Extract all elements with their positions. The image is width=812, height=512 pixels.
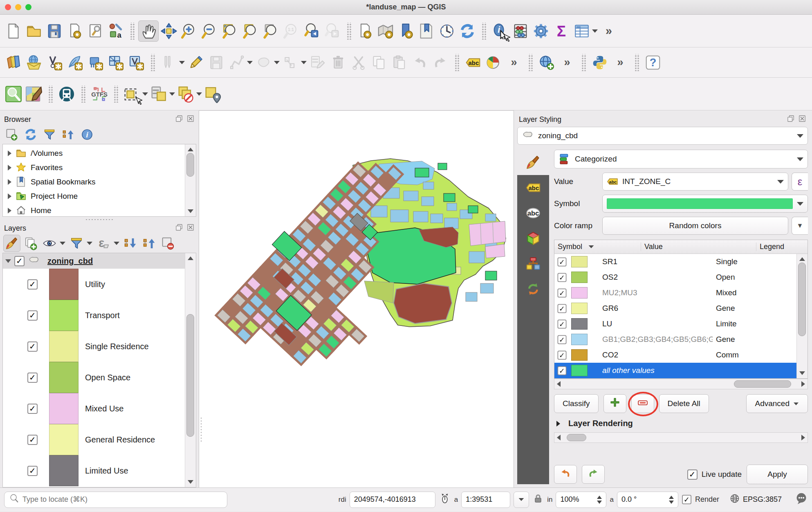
scale-input[interactable] — [466, 495, 506, 504]
browser-scrollbar[interactable] — [185, 144, 196, 216]
extents-tracking-icon[interactable] — [439, 492, 451, 507]
legend-item-open-space[interactable]: ✓Open Space — [3, 362, 196, 393]
category-swatch[interactable] — [571, 334, 588, 345]
new-map-view-button[interactable] — [355, 20, 375, 42]
close-window-button[interactable] — [5, 4, 11, 10]
processing-options-button[interactable] — [531, 20, 551, 42]
float-panel-icon[interactable] — [175, 223, 183, 233]
osm-place-search-button[interactable] — [3, 83, 24, 105]
collapse-all-layers-button[interactable] — [141, 235, 158, 252]
cut-features-button[interactable] — [348, 52, 369, 73]
select-by-location-button[interactable] — [203, 83, 223, 105]
dropdown-arrow-icon[interactable] — [114, 242, 119, 245]
filter-legend-button[interactable] — [68, 235, 85, 252]
color-ramp-dropdown[interactable]: ▼ — [792, 217, 808, 235]
new-spatial-bookmark-button[interactable] — [396, 20, 416, 42]
toggle-editing-button[interactable] — [186, 52, 206, 73]
dropdown-arrow-icon[interactable] — [87, 242, 92, 245]
browser-item-spatial-bookmarks[interactable]: Spatial Bookmarks — [3, 175, 196, 189]
category-row[interactable]: ✓all other values — [554, 363, 796, 378]
add-vector-layer-button[interactable] — [24, 52, 44, 73]
save-project-button[interactable] — [44, 20, 65, 42]
python-console-button[interactable] — [590, 52, 610, 73]
legend-checkbox[interactable]: ✓ — [27, 404, 38, 414]
spinner[interactable] — [597, 496, 602, 504]
category-checkbox[interactable]: ✓ — [558, 366, 567, 375]
category-swatch[interactable] — [571, 303, 588, 314]
help-button[interactable]: ? — [643, 52, 663, 73]
legend-checkbox[interactable]: ✓ — [27, 466, 38, 476]
category-row[interactable]: ✓CO2Comm — [554, 347, 796, 363]
legend-checkbox[interactable]: ✓ — [27, 279, 38, 290]
styling-layer-select[interactable]: zoning_cbd — [517, 127, 808, 145]
new-virtual-layer-button[interactable] — [126, 52, 146, 73]
pan-map-button[interactable] — [138, 20, 159, 42]
layers-scrollbar[interactable] — [185, 253, 196, 487]
rotation-input[interactable] — [621, 495, 666, 504]
temporal-controller-button[interactable] — [437, 20, 457, 42]
zoom-window-button[interactable] — [25, 4, 31, 10]
legend-checkbox[interactable]: ✓ — [27, 435, 38, 445]
zoom-out-button[interactable] — [200, 20, 220, 42]
web-overflow-button[interactable]: » — [557, 52, 577, 73]
zoning-map[interactable] — [199, 111, 511, 488]
messages-icon[interactable] — [795, 492, 808, 507]
zoom-in-button[interactable] — [179, 20, 200, 42]
open-layer-styling-button[interactable] — [3, 235, 20, 252]
layer-name[interactable]: zoning_cbd — [47, 256, 93, 266]
new-geopackage-layer-button[interactable] — [65, 52, 85, 73]
layer-diagram-button[interactable] — [483, 52, 504, 73]
live-update-checkbox[interactable]: ✓ — [687, 469, 698, 480]
toolbar-overflow-button[interactable]: » — [599, 20, 619, 42]
filter-by-expression-button[interactable]: ε — [95, 235, 112, 252]
category-checkbox[interactable]: ✓ — [558, 350, 567, 359]
scroll-left-icon[interactable] — [557, 435, 561, 440]
category-row[interactable]: ✓GB1;GB2;GB3;GB4;GB5;GB6;GB7Gene — [554, 332, 796, 347]
locator-bar[interactable] — [4, 492, 227, 508]
copy-features-button[interactable] — [369, 52, 389, 73]
paste-features-button[interactable] — [389, 52, 410, 73]
browser-properties-button[interactable]: i — [79, 126, 96, 143]
category-checkbox[interactable]: ✓ — [558, 273, 567, 282]
category-checkbox[interactable]: ✓ — [558, 288, 567, 297]
expand-icon[interactable] — [8, 208, 11, 213]
scroll-right-icon[interactable] — [801, 381, 805, 387]
legend-item-limited-use[interactable]: ✓Limited Use — [3, 455, 196, 486]
styling-tab-history[interactable] — [517, 276, 549, 302]
layer-checkbox[interactable]: ✓ — [14, 256, 25, 266]
filter-browser-button[interactable] — [41, 126, 58, 143]
scroll-right-icon[interactable] — [801, 435, 805, 440]
data-source-manager-button[interactable] — [3, 52, 24, 73]
legend-checkbox[interactable]: ✓ — [27, 310, 38, 321]
dropdown-arrow-icon[interactable] — [247, 61, 253, 64]
manage-visibility-button[interactable] — [41, 235, 58, 252]
new-print-layout-button[interactable] — [65, 20, 85, 42]
styling-tab-symbology[interactable] — [517, 150, 549, 175]
category-row[interactable]: ✓MU2;MU3Mixed — [554, 285, 796, 301]
category-checkbox[interactable]: ✓ — [558, 304, 567, 313]
classify-button[interactable]: Classify — [554, 394, 599, 413]
col-value[interactable]: Value — [641, 243, 756, 251]
zoom-to-selection-button[interactable] — [240, 20, 261, 42]
value-field-select[interactable]: abc INT_ZONE_C — [602, 173, 788, 191]
category-row[interactable]: ✓LULimite — [554, 316, 796, 332]
scale-box[interactable] — [461, 492, 510, 508]
layer-rendering-section[interactable]: Layer Rendering — [554, 419, 808, 428]
crs-globe-icon[interactable] — [729, 493, 740, 506]
legend-item-single-residence[interactable]: ✓Single Residence — [3, 331, 196, 362]
color-ramp-button[interactable]: Random colors — [602, 217, 788, 235]
add-selected-layers-button[interactable] — [3, 126, 20, 143]
dropdown-arrow-icon[interactable] — [60, 242, 65, 245]
advanced-button[interactable]: Advanced — [746, 394, 808, 413]
expand-icon[interactable] — [8, 179, 11, 185]
float-panel-icon[interactable] — [175, 115, 183, 124]
open-project-button[interactable] — [24, 20, 44, 42]
category-checkbox[interactable]: ✓ — [558, 319, 567, 328]
plugins-overflow-button[interactable]: » — [610, 52, 630, 73]
category-swatch[interactable] — [571, 272, 588, 283]
style-manager-button[interactable]: a — [105, 20, 126, 42]
quickosm-button[interactable] — [24, 83, 44, 105]
expand-icon[interactable] — [8, 165, 11, 171]
coordinate-input[interactable] — [354, 495, 431, 504]
close-panel-icon[interactable] — [186, 115, 195, 124]
